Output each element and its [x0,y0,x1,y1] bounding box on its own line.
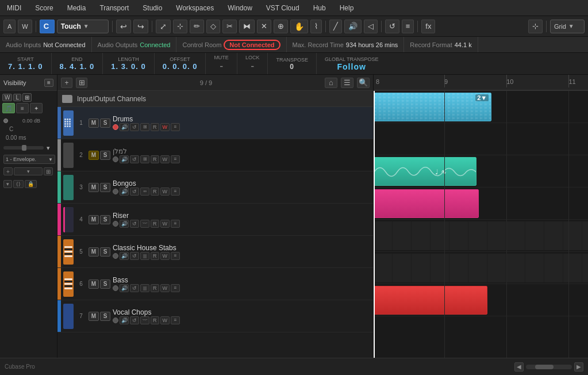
solo-button[interactable]: S [100,280,110,289]
audio-outputs-status[interactable]: Audio Outputs Connected [92,37,177,52]
scroll-lock-icon[interactable]: 🔒 [25,180,37,188]
record-arm-button[interactable] [113,317,118,323]
solo-button[interactable]: S [100,118,110,128]
arranger-row-stabs[interactable] [374,220,588,252]
mute-button[interactable]: M [89,247,99,257]
loop-button[interactable]: ∞ [140,188,149,196]
monitor-btn[interactable]: 🎵 [2,103,15,113]
monitor-speaker-icon[interactable]: 🔊 [120,252,129,260]
length-position[interactable]: Length 1. 3. 0. 0 [103,53,155,74]
menu-vst-cloud[interactable]: VST Cloud [264,3,302,13]
add-track-button[interactable]: + [61,78,72,88]
bottom-scroll-left[interactable]: ◀ [514,362,524,372]
cycle-button[interactable]: ↺ [130,188,139,196]
range-tool-button[interactable]: ⊹ [173,20,187,33]
grid-view-btn[interactable]: ⊞ [22,93,32,102]
menu-workspaces[interactable]: Workspaces [174,3,216,13]
write-w-btn[interactable]: W [2,94,12,101]
bottom-scrollbar[interactable] [526,365,572,369]
offset-position[interactable]: Offset 0. 0. 0. 0 [155,53,206,74]
eq-button[interactable]: ≡ [171,155,180,163]
arranger-row-bass[interactable] [374,252,588,284]
track-name[interactable]: Vocal Chops [113,308,373,316]
track-name[interactable]: Drums [113,115,373,123]
write-button[interactable]: W [160,284,170,292]
control-room-status[interactable]: Control Room Not Connected [176,37,286,52]
arranger-row-riser[interactable] [374,188,588,220]
read-button[interactable]: R [151,123,159,131]
menu-hub[interactable]: Hub [311,3,328,13]
folder-track-button[interactable]: ⊞ [76,78,87,88]
write-button[interactable]: W [160,252,170,260]
arranger-row-bongos[interactable]: ♩ ∿ [374,155,588,188]
pencil-tool-button[interactable]: ✏ [190,20,204,33]
menu-score[interactable]: Score [33,3,55,13]
write-button[interactable]: W [160,123,170,131]
pattern-button[interactable]: ⊞ [140,155,149,163]
arranger-row-vocal[interactable] [374,284,588,316]
eraser-tool-button[interactable]: ◇ [206,20,220,33]
redo-button[interactable]: ↪ [133,20,148,33]
read-button[interactable]: R [151,155,159,163]
write-button[interactable]: W [160,155,170,163]
track-name[interactable]: למלן [113,147,373,155]
monitor-speaker-icon[interactable]: 🔊 [120,316,129,324]
drums-clip[interactable]: 2▼ [374,93,491,121]
eq-button[interactable]: ≡ [171,220,180,228]
monitor-speaker-icon[interactable]: 🔊 [120,220,129,228]
write-button[interactable]: W [160,188,170,196]
read-button[interactable]: R [151,316,159,324]
riser-clip[interactable] [374,189,479,218]
menu-media[interactable]: Media [65,3,89,13]
record-arm-button[interactable] [113,124,118,130]
automation-mode-dropdown[interactable]: Touch ▼ [57,20,109,33]
list-view-button[interactable]: ☰ [341,78,353,88]
transpose-section[interactable]: Transpose 0 [268,53,317,74]
write-button[interactable]: W [160,220,170,228]
menu-studio[interactable]: Studio [140,3,164,13]
pan-scroll-icon[interactable]: ▾ [45,144,52,151]
extra-dropdown[interactable]: ▾ [14,167,43,175]
cycle-button[interactable]: ↺ [130,220,139,228]
eq-button[interactable]: ≡ [171,188,180,196]
monitor-speaker-icon[interactable]: 🔊 [120,284,129,292]
list-btn[interactable]: ≡ [16,103,29,113]
track-name[interactable]: Classic House Stabs [113,244,373,252]
solo-button[interactable]: S [100,312,110,321]
track-name[interactable]: Bass [113,276,373,284]
write-button[interactable]: W [160,316,170,324]
solo-button[interactable]: S [100,151,110,160]
cycle-button[interactable]: ↺ [130,155,139,163]
track-name[interactable]: Bongos [113,179,373,188]
mute-button[interactable]: M [89,151,99,160]
read-button[interactable]: R [151,188,159,196]
scissors-tool-button[interactable]: ✂ [222,20,237,33]
eq-button[interactable]: ≡ [171,284,180,292]
read-button[interactable]: R [151,284,159,292]
menu-transport[interactable]: Transport [97,3,131,13]
bars-button[interactable]: ||| [140,252,149,260]
end-position[interactable]: End 8. 4. 1. 0 [52,53,103,74]
midi-icon[interactable]: ⟨⟩ [13,180,24,188]
hand-tool-button[interactable]: ✋ [290,20,308,33]
listen-l-btn[interactable]: L [13,94,21,101]
start-position[interactable]: Start 7. 1. 1. 0 [0,53,52,74]
cycle-button[interactable]: ↺ [130,284,139,292]
glue-tool-button[interactable]: ⧓ [239,20,255,33]
wave-button[interactable]: 〰 [140,220,149,228]
undo-button[interactable]: ↩ [116,20,131,33]
track-name[interactable]: Riser [113,212,373,220]
home-button[interactable]: ⌂ [325,78,337,88]
mute-button[interactable]: M [89,312,99,321]
loop-button[interactable]: ↺ [385,20,399,33]
audio-inputs-status[interactable]: Audio Inputs Not Connected [0,37,92,52]
write-w-button[interactable]: W [18,20,32,33]
pan-slider[interactable] [3,146,44,150]
record-arm-button[interactable] [113,221,118,227]
monitor-speaker-icon[interactable]: 🔊 [120,155,129,163]
mute-button[interactable]: M [89,280,99,289]
mini-select[interactable]: ▾ [3,180,12,188]
cycle-button[interactable]: ↺ [130,123,139,131]
bottom-scroll-right[interactable]: ▶ [574,362,583,372]
menu-help[interactable]: Help [337,3,356,13]
